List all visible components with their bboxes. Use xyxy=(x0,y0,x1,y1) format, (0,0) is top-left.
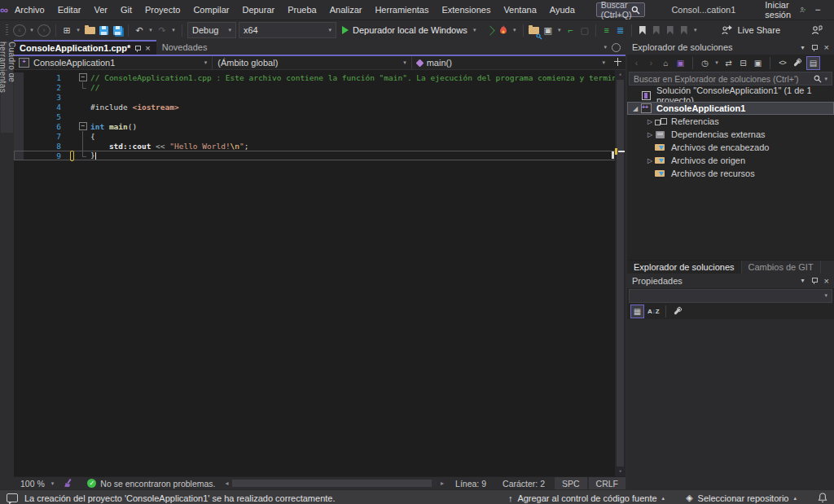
expand-arrow-icon[interactable]: ▷ xyxy=(645,157,655,164)
window-position-dropdown-icon[interactable]: ▾ xyxy=(801,44,805,51)
clear-bookmarks-icon[interactable] xyxy=(678,23,690,37)
tree-item-archivos-de-recursos[interactable]: Archivos de recursos xyxy=(627,167,834,180)
pin-icon[interactable] xyxy=(134,45,141,52)
navigate-forward-icon[interactable]: › xyxy=(37,24,50,37)
navigate-backward-icon[interactable]: ‹ xyxy=(13,24,26,37)
toolbox-tab[interactable]: Cuadro de herramientas xyxy=(1,42,13,133)
tree-item-archivos-de-encabezado[interactable]: Archivos de encabezado xyxy=(627,141,834,154)
breakpoint-margin[interactable] xyxy=(14,141,24,151)
tree-item-archivos-de-origen[interactable]: ▷Archivos de origen xyxy=(627,154,834,167)
open-file-icon[interactable] xyxy=(84,23,95,37)
code-line-1[interactable]: 1// ConsoleApplication1.cpp : Este archi… xyxy=(14,72,626,82)
breakpoint-margin[interactable] xyxy=(14,82,24,92)
previous-bookmark-icon[interactable] xyxy=(651,23,662,37)
close-icon[interactable]: × xyxy=(824,276,829,286)
show-threads-icon[interactable]: ≡ xyxy=(601,23,612,37)
undo-dropdown[interactable]: ▾ xyxy=(147,23,154,37)
code-line-5[interactable]: 5 xyxy=(14,112,626,121)
tab-consoleapplication1-cpp[interactable]: ConsoleApplication1.cpp* × xyxy=(14,40,156,55)
code-line-4[interactable]: 4#include <iostream> xyxy=(14,102,626,112)
solution-explorer-search-box[interactable]: Buscar en Explorador de soluciones (Ctrl… xyxy=(629,72,832,85)
filter-dropdown-icon[interactable]: ▾ xyxy=(714,57,719,69)
menu-item-analizar[interactable]: Analizar xyxy=(323,5,369,15)
tree-item-consoleapplication1[interactable]: ◢ConsoleApplication1 xyxy=(627,102,834,115)
scroll-left-icon[interactable]: ◂ xyxy=(222,480,232,487)
start-debugging-dropdown[interactable]: ▾ xyxy=(472,23,478,37)
undo-icon[interactable]: ↶ xyxy=(134,23,145,37)
tree-item-dependencias-externas[interactable]: ▷Dependencias externas xyxy=(627,128,834,141)
breakpoint-margin[interactable] xyxy=(14,151,24,160)
menu-item-proyecto[interactable]: Proyecto xyxy=(138,5,187,15)
pin-icon[interactable] xyxy=(811,44,818,51)
new-project-dropdown[interactable]: ▾ xyxy=(75,23,81,37)
properties-object-combobox[interactable]: ▾ xyxy=(629,289,832,303)
scroll-up-icon[interactable]: ▴ xyxy=(615,70,626,79)
sign-in-button[interactable]: Iniciar sesión xyxy=(765,0,805,20)
tab-settings-gear-icon[interactable] xyxy=(612,43,621,52)
search-options-dropdown-icon[interactable]: ▾ xyxy=(824,76,827,82)
toolbar-grip[interactable] xyxy=(6,24,8,37)
property-pages-icon[interactable] xyxy=(672,305,683,318)
menu-item-herramientas[interactable]: Herramientas xyxy=(368,5,435,15)
maximize-button[interactable] xyxy=(830,0,834,20)
close-icon[interactable]: × xyxy=(824,42,829,52)
ide-navigator-dropdown[interactable]: ▾ xyxy=(556,23,563,37)
menu-item-git[interactable]: Git xyxy=(114,5,138,15)
code-cleanup-icon[interactable] xyxy=(64,479,72,488)
forward-icon[interactable]: › xyxy=(646,57,656,69)
properties-titlebar[interactable]: Propiedades ▾ × xyxy=(627,274,834,288)
view-code-icon[interactable]: <> xyxy=(777,57,788,69)
select-repository-button[interactable]: ◈ Seleccionar repositorio ▴ xyxy=(686,493,797,503)
categorized-icon[interactable]: ▦ xyxy=(630,305,644,318)
show-all-files-icon[interactable]: ▣ xyxy=(753,57,763,69)
tree-item-soluci-n-consoleapplication1-1[interactable]: Solución "ConsoleApplication1" (1 de 1 p… xyxy=(627,89,834,102)
horizontal-scrollbar[interactable]: ◂ ▸ xyxy=(222,477,448,489)
menu-item-ayuda[interactable]: Ayuda xyxy=(543,5,582,15)
hot-reload-dropdown[interactable]: ▾ xyxy=(511,23,518,37)
copy-icon[interactable]: ▢ xyxy=(579,23,590,37)
code-line-8[interactable]: 8 std::cout << "Hello World!\n"; xyxy=(14,141,626,151)
solution-configuration-combobox[interactable]: Debug ▾ xyxy=(187,22,236,38)
next-bookmark-icon[interactable] xyxy=(665,23,676,37)
add-to-source-control-button[interactable]: ↑ Agregar al control de código fuente ▴ xyxy=(508,493,665,503)
close-tab-icon[interactable]: × xyxy=(145,43,150,53)
breakpoint-margin[interactable] xyxy=(14,112,24,121)
back-icon[interactable]: ‹ xyxy=(631,57,642,69)
menu-item-editar[interactable]: Editar xyxy=(51,5,88,15)
breakpoint-margin[interactable] xyxy=(14,102,24,112)
panel-tab-cambios-de-git[interactable]: Cambios de GIT xyxy=(742,261,821,274)
split-editor-handle[interactable] xyxy=(613,56,622,69)
menu-item-ver[interactable]: Ver xyxy=(87,5,114,15)
send-feedback-icon[interactable] xyxy=(811,25,823,35)
panel-tab-explorador-de-soluciones[interactable]: Explorador de soluciones xyxy=(627,261,742,274)
zoom-selector[interactable]: 100 % ▾ xyxy=(14,479,60,489)
redo-dropdown[interactable]: ▾ xyxy=(170,23,177,37)
breakpoint-margin[interactable] xyxy=(14,72,24,82)
find-in-files-icon[interactable] xyxy=(529,23,540,37)
navigate-backward-dropdown[interactable]: ▾ xyxy=(29,23,35,37)
attach-to-process-icon[interactable]: ⌐ xyxy=(565,23,577,37)
menu-item-archivo[interactable]: Archivo xyxy=(8,5,51,15)
tab-novedades[interactable]: Novedades xyxy=(156,40,213,55)
notifications-bell-icon[interactable] xyxy=(818,493,827,503)
start-debugging-button[interactable]: Depurador local de Windows ▾ xyxy=(339,23,481,37)
solution-platform-combobox[interactable]: x64 ▾ xyxy=(239,22,336,38)
member-dropdown[interactable]: main() ▾ xyxy=(412,56,610,69)
code-line-9[interactable]: 9} xyxy=(14,151,626,160)
code-line-7[interactable]: 7{ xyxy=(14,131,626,141)
toggle-bookmark-icon[interactable] xyxy=(637,23,648,37)
scroll-down-icon[interactable]: ▾ xyxy=(615,467,626,476)
code-line-6[interactable]: 6int main() xyxy=(14,121,626,131)
minimize-button[interactable]: − xyxy=(805,0,830,20)
solution-explorer-titlebar[interactable]: Explorador de soluciones ▾ × xyxy=(627,40,834,55)
preview-selected-items-icon[interactable]: ▤ xyxy=(806,56,820,70)
vertical-scrollbar[interactable]: ▴ ▾ xyxy=(615,70,626,476)
menu-item-ventana[interactable]: Ventana xyxy=(497,5,542,15)
code-line-2[interactable]: 2// xyxy=(14,82,626,92)
code-line-3[interactable]: 3 xyxy=(14,92,626,102)
menu-item-compilar[interactable]: Compilar xyxy=(187,5,235,15)
breakpoint-margin[interactable] xyxy=(14,131,24,141)
diagnostics-icon[interactable]: ≣ xyxy=(615,23,626,37)
save-all-icon[interactable] xyxy=(112,23,123,37)
alphabetical-sort-icon[interactable]: A↓Z xyxy=(647,305,660,318)
